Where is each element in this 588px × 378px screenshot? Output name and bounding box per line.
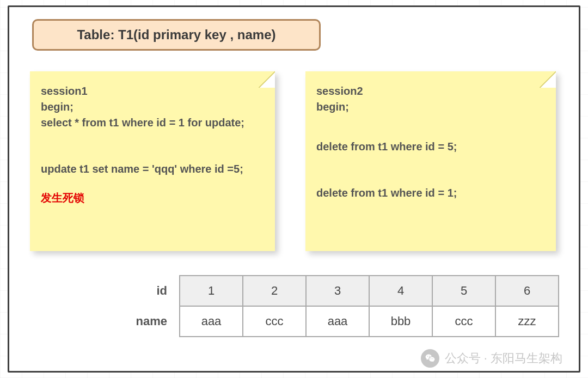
id-cell: 1 [180, 276, 243, 306]
data-table-area: id name 1 2 3 4 5 6 aaa ccc aaa bbb ccc … [91, 275, 559, 337]
session2-note: session2 begin; delete from t1 where id … [305, 71, 556, 251]
spacer [316, 155, 545, 185]
diagram-frame: Table: T1(id primary key , name) session… [8, 5, 580, 373]
deadlock-label: 发生死锁 [41, 190, 264, 206]
session2-begin: begin; [316, 99, 545, 115]
wechat-icon [421, 349, 439, 368]
name-cell: aaa [180, 306, 243, 337]
id-cell: 6 [495, 276, 559, 306]
name-cell: ccc [432, 306, 495, 337]
session1-update: update t1 set name = 'qqq' where id =5; [41, 161, 264, 177]
watermark-text: 公众号 · 东阳马生架构 [445, 350, 562, 367]
name-cell: ccc [243, 306, 306, 337]
session1-header: session1 [41, 83, 264, 99]
id-row-label: id [91, 276, 173, 306]
name-cell: bbb [369, 306, 432, 337]
session1-begin: begin; [41, 99, 264, 115]
table-row-id: 1 2 3 4 5 6 [180, 276, 559, 306]
spacer [41, 177, 264, 190]
spacer [41, 131, 264, 161]
spacer [316, 115, 545, 139]
id-cell: 5 [432, 276, 495, 306]
table-definition-box: Table: T1(id primary key , name) [32, 19, 321, 51]
table-definition-text: Table: T1(id primary key , name) [77, 27, 275, 42]
name-cell: aaa [306, 306, 369, 337]
row-labels: id name [91, 275, 173, 337]
session1-select: select * from t1 where id = 1 for update… [41, 115, 264, 131]
name-cell: zzz [495, 306, 559, 337]
name-row-label: name [91, 306, 173, 337]
table-row-name: aaa ccc aaa bbb ccc zzz [180, 306, 559, 337]
session2-header: session2 [316, 83, 545, 99]
id-cell: 3 [306, 276, 369, 306]
session1-note: session1 begin; select * from t1 where i… [30, 71, 275, 251]
session2-delete-1: delete from t1 where id = 5; [316, 139, 545, 155]
data-table: 1 2 3 4 5 6 aaa ccc aaa bbb ccc zzz [179, 275, 559, 337]
id-cell: 4 [369, 276, 432, 306]
id-cell: 2 [243, 276, 306, 306]
session2-delete-2: delete from t1 where id = 1; [316, 185, 545, 201]
watermark: 公众号 · 东阳马生架构 [421, 349, 562, 368]
